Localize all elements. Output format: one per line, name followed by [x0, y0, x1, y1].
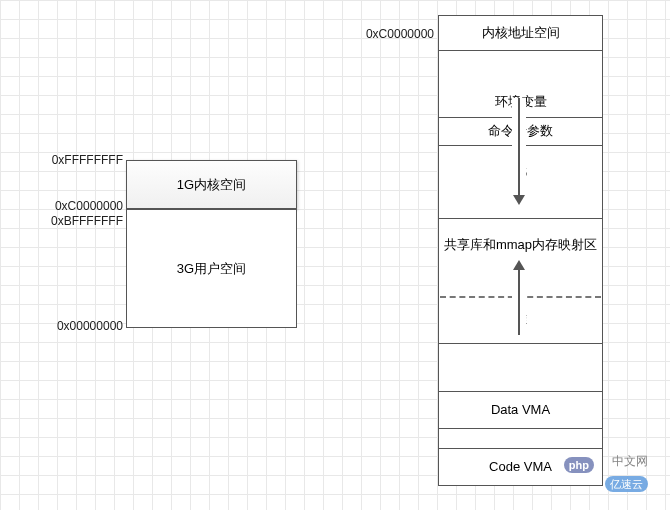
addr-label-top: 0xFFFFFFFF [20, 153, 123, 167]
right-code-label: Code VMA [489, 459, 552, 476]
right-gap-3 [438, 429, 603, 448]
right-mmap-label: 共享库和mmap内存映射区 [444, 237, 597, 254]
right-data-label: Data VMA [491, 402, 550, 419]
addr-label-mid1: 0xC0000000 [20, 199, 123, 213]
right-kernel-space: 内核地址空间 [438, 15, 603, 51]
watermark-php: php [564, 457, 594, 472]
right-data-vma: Data VMA [438, 391, 603, 429]
arrow-stack-down [512, 98, 526, 205]
watermark-cn: 中文网 [612, 453, 648, 470]
left-user-space: 3G用户空间 [126, 209, 297, 328]
left-kernel-space: 1G内核空间 [126, 160, 297, 209]
wm-cn-text: 中文网 [612, 454, 648, 468]
right-gap-2 [438, 344, 603, 391]
left-kernel-label: 1G内核空间 [177, 176, 246, 194]
addr-label-mid2: 0xBFFFFFFF [20, 214, 123, 228]
right-gap-1 [438, 51, 603, 88]
right-addr-kernel: 0xC0000000 [334, 27, 434, 41]
wm-ys-text: 亿速云 [605, 476, 648, 492]
watermark-ys: 亿速云 [605, 476, 648, 492]
left-user-label: 3G用户空间 [177, 260, 246, 278]
addr-label-bottom: 0x00000000 [20, 319, 123, 333]
wm-php-text: php [564, 457, 594, 473]
right-kernel-label: 内核地址空间 [482, 25, 560, 42]
arrow-heap-up [512, 260, 526, 335]
